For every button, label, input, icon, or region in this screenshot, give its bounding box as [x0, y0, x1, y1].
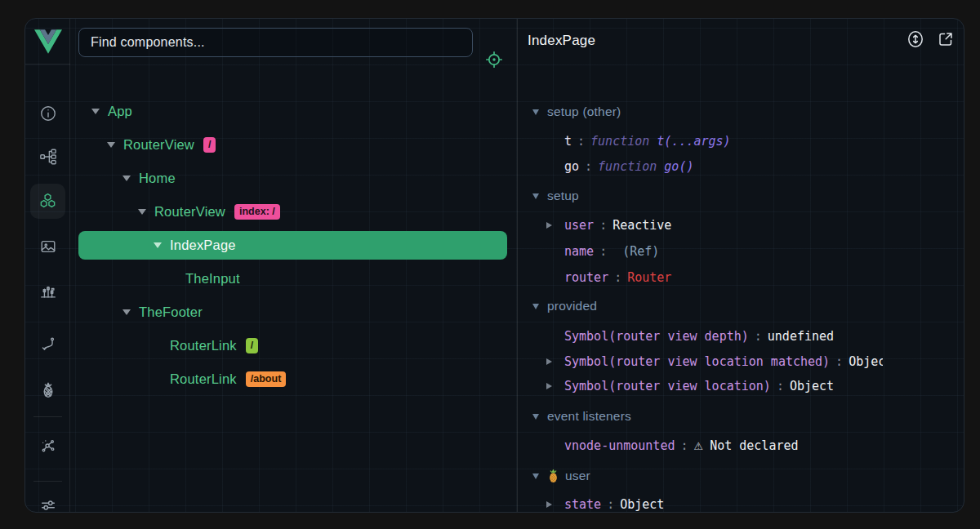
state-row-vnode-unmounted[interactable]: vnode-unmounted : ⚠ Not declared	[519, 436, 964, 456]
tree-row-indexpage-selected[interactable]: IndexPage	[70, 229, 518, 262]
tree-row-routerview-index[interactable]: RouterView index: /	[70, 195, 518, 229]
route-badge: /about	[246, 371, 287, 387]
settings-sliders-icon	[39, 496, 57, 513]
scroll-to-component-button[interactable]	[906, 29, 925, 49]
sidebar-item-component-tree[interactable]	[30, 139, 65, 174]
scroll-arrows-icon	[906, 29, 925, 49]
warning-icon: ⚠	[694, 440, 704, 452]
section-header-event-listeners[interactable]: event listeners	[519, 407, 964, 426]
collapse-arrow-icon[interactable]	[122, 176, 131, 181]
state-row-symbol-depth[interactable]: Symbol(router view depth) : undefined	[519, 327, 964, 346]
collapse-arrow-icon[interactable]	[122, 309, 131, 315]
tree-row-theinput[interactable]: TheInput	[70, 262, 518, 296]
collapse-arrow-icon[interactable]	[154, 242, 162, 248]
sidebar-item-timeline[interactable]	[30, 273, 65, 309]
sidebar-item-router[interactable]	[30, 327, 65, 362]
section-header-provided[interactable]: provided	[519, 296, 964, 316]
state-row-user[interactable]: user : Reactive	[519, 216, 964, 235]
section-header-setup-other[interactable]: setup (other)	[519, 102, 964, 122]
vue-logo	[25, 19, 70, 64]
route-hook-icon	[39, 336, 57, 353]
selected-row-highlight	[78, 231, 507, 260]
components-hexagons-icon	[38, 192, 57, 211]
graph-nodes-icon	[39, 437, 57, 455]
inspector-title: IndexPage	[528, 33, 595, 49]
image-icon	[39, 238, 57, 256]
sidebar-item-info[interactable]	[30, 96, 65, 131]
external-link-icon	[936, 29, 956, 49]
collapse-arrow-icon[interactable]	[91, 109, 100, 114]
vue-logo-icon	[34, 29, 62, 54]
collapse-arrow-icon[interactable]	[532, 304, 539, 309]
tree-row-home[interactable]: Home	[70, 162, 518, 195]
divider	[33, 481, 62, 482]
divider	[33, 416, 62, 417]
state-row-name[interactable]: name : (Ref)	[519, 242, 964, 261]
search-input[interactable]: Find components...	[78, 28, 473, 57]
route-badge: /	[203, 137, 216, 153]
expand-arrow-icon[interactable]	[546, 501, 552, 508]
expand-arrow-icon[interactable]	[546, 358, 552, 365]
state-row-symbol-location[interactable]: Symbol(router view location) : Object	[519, 376, 964, 396]
info-icon	[39, 104, 57, 122]
tree-row-routerlink-about[interactable]: RouterLink /about	[70, 362, 518, 396]
target-icon	[484, 50, 504, 69]
inspector-panel: IndexPage setup (other) t : function t(.…	[519, 19, 964, 513]
section-header-user-store[interactable]: user	[519, 466, 964, 486]
sidebar-item-graph[interactable]	[30, 428, 65, 463]
sidebar-item-pinia[interactable]	[30, 372, 65, 407]
tree-row-thefooter[interactable]: TheFooter	[70, 296, 518, 329]
screen: Find components... App RouterView / Home…	[0, 0, 980, 529]
expand-arrow-icon[interactable]	[546, 383, 552, 389]
route-badge: index: /	[234, 204, 280, 220]
pinia-pineapple-icon	[39, 381, 57, 399]
vue-devtools-window: Find components... App RouterView / Home…	[24, 18, 964, 513]
collapse-arrow-icon[interactable]	[107, 142, 115, 148]
sidebar-item-assets[interactable]	[30, 229, 65, 264]
search-placeholder: Find components...	[91, 35, 205, 50]
collapse-arrow-icon[interactable]	[532, 193, 539, 199]
sidebar-item-settings[interactable]	[30, 487, 65, 513]
tree-row-app[interactable]: App	[70, 95, 518, 128]
state-row-router[interactable]: router : Router	[519, 268, 964, 287]
collapse-arrow-icon[interactable]	[138, 209, 146, 215]
state-row-state[interactable]: state : Object	[519, 495, 964, 513]
components-tree-panel: Find components... App RouterView / Home…	[70, 19, 518, 513]
tree-structure-icon	[39, 148, 57, 166]
section-header-setup[interactable]: setup	[519, 186, 964, 206]
state-row-go[interactable]: go : function go()	[519, 157, 964, 176]
collapse-arrow-icon[interactable]	[532, 473, 539, 479]
open-in-editor-button[interactable]	[936, 29, 956, 49]
tree-row-routerlink-home[interactable]: RouterLink /	[70, 329, 518, 362]
state-row-t[interactable]: t : function t(...args)	[519, 131, 964, 151]
expand-arrow-icon[interactable]	[546, 222, 552, 229]
icon-sidebar	[25, 19, 70, 513]
state-row-symbol-matched[interactable]: Symbol(router view location matched) : O…	[519, 352, 964, 371]
tree-row-routerview[interactable]: RouterView /	[70, 128, 518, 162]
collapse-arrow-icon[interactable]	[532, 414, 539, 420]
collapse-arrow-icon[interactable]	[532, 109, 539, 115]
route-badge: /	[246, 338, 258, 353]
sliders-bench-icon	[39, 282, 57, 300]
sidebar-item-components[interactable]	[30, 184, 65, 219]
pinia-icon	[547, 469, 559, 483]
component-picker-button[interactable]	[484, 50, 504, 69]
